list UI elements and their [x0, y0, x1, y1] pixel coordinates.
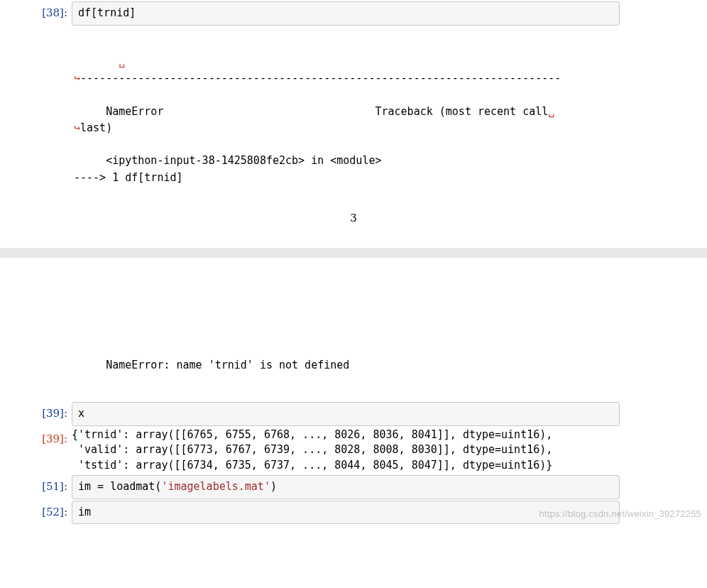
cell-39-in-prompt: [39]:: [0, 402, 72, 422]
cont-symbol-icon: ␣: [548, 105, 554, 118]
cell-38-traceback: ␣ ↪-------------------------------------…: [0, 54, 707, 186]
cell-39-input-row: [39]: x: [0, 402, 707, 426]
cell-38-error-final: NameError: name 'trnid' is not defined: [0, 357, 707, 374]
wrap-arrow-icon: ↪: [74, 72, 80, 85]
cell-52-input-row: [52]: im: [0, 501, 707, 525]
cell-52-in-prompt: [52]:: [0, 501, 72, 521]
cell-38-in-prompt: [38]:: [0, 1, 72, 21]
cont-symbol-icon: ␣: [119, 55, 125, 68]
page-number: 3: [0, 211, 707, 227]
name-error-label: NameError: [74, 105, 163, 118]
cont-space: [74, 55, 119, 68]
traceback-last: last): [80, 121, 112, 134]
notebook-page: [38]: df[trnid] ␣ ↪---------------------…: [0, 1, 707, 524]
code-suffix: ): [270, 480, 277, 493]
traceback-label: Traceback (most recent call: [163, 105, 548, 118]
cell-38-input-row: [38]: df[trnid]: [0, 1, 707, 26]
cell-38-code[interactable]: df[trnid]: [72, 1, 620, 26]
cell-51-code[interactable]: im = loadmat('imagelabels.mat'): [72, 475, 620, 499]
cell-39-out-prompt: [39]:: [0, 428, 72, 447]
cell-52-code[interactable]: im: [72, 501, 620, 525]
wrap-arrow-icon: ↪: [74, 121, 80, 134]
cell-39-output-row: [39]: {'trnid': array([[6765, 6755, 6768…: [0, 428, 707, 474]
string-literal: 'imagelabels.mat': [161, 480, 270, 493]
cell-39-output: {'trnid': array([[6765, 6755, 6768, ...,…: [72, 428, 620, 474]
error-pointer-line: ----> 1 df[trnid]: [74, 171, 183, 184]
cell-51-in-prompt: [51]:: [0, 475, 72, 495]
cell-51-input-row: [51]: im = loadmat('imagelabels.mat'): [0, 475, 707, 499]
name-error-final: NameError: name 'trnid' is not defined: [74, 359, 349, 371]
ipython-input-line: <ipython-input-38-1425808fe2cb> in <modu…: [74, 154, 381, 167]
page-break-divider: [0, 248, 707, 258]
dash-line: ----------------------------------------…: [80, 72, 561, 85]
code-prefix: im = loadmat(: [78, 480, 161, 493]
cell-39-code[interactable]: x: [72, 402, 620, 426]
